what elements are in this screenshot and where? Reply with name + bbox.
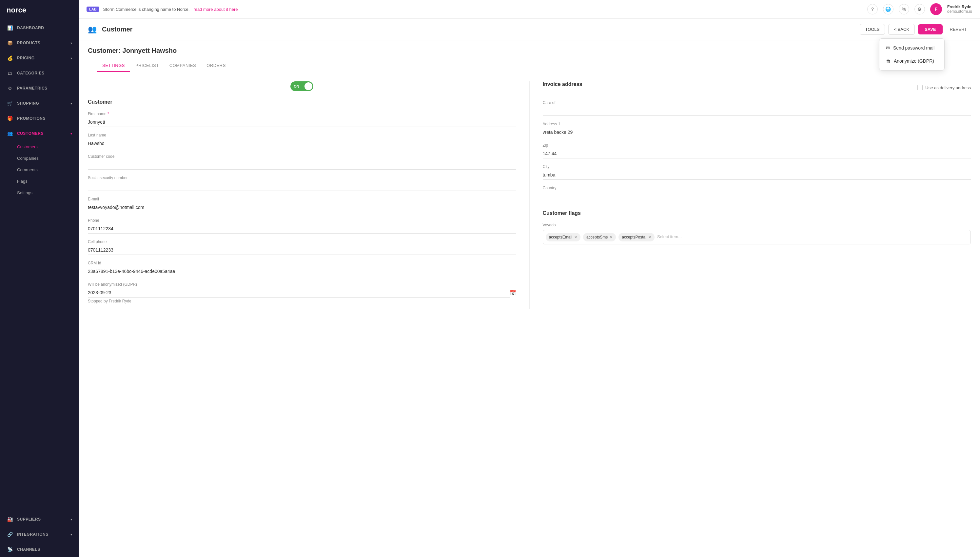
sidebar: norce 📊 DASHBOARD 📦 PRODUCTS ▾ 💰 PRICING… [0, 0, 79, 557]
customer-code-label: Customer code [88, 154, 516, 159]
field-customer-code: Customer code [88, 154, 516, 169]
field-care-of: Care of [543, 100, 971, 116]
address1-input[interactable] [543, 128, 971, 137]
percent-icon[interactable]: % [899, 4, 909, 15]
sidebar-item-products[interactable]: 📦 PRODUCTS ▾ [0, 36, 79, 50]
tag-accepts-postal: acceptsPostal ✕ [618, 233, 654, 241]
lab-badge: LAB [86, 7, 99, 12]
voyado-label: Voyado [543, 223, 971, 227]
sidebar-sub-item-settings[interactable]: Settings [0, 187, 79, 199]
active-toggle[interactable]: ON [290, 81, 313, 91]
flags-section-title: Customer flags [543, 210, 971, 216]
sidebar-sub-item-comments[interactable]: Comments [0, 164, 79, 176]
sidebar-item-promotions[interactable]: 🎁 PROMOTIONS [0, 111, 79, 126]
sidebar-item-pricing[interactable]: 💰 PRICING ▾ [0, 50, 79, 65]
banner-link[interactable]: read more about it here [193, 7, 238, 12]
toggle-row: ON [88, 81, 516, 91]
top-banner: LAB Storm Commerce is changing name to N… [79, 0, 980, 19]
channels-icon: 📡 [6, 546, 13, 553]
delivery-checkbox[interactable]: Use as delivery address [917, 85, 971, 90]
cell-phone-input[interactable] [88, 245, 516, 255]
trash-icon: 🗑 [886, 59, 891, 64]
phone-input[interactable] [88, 224, 516, 234]
user-info: Fredrik Ryde demo.storm.io [947, 5, 972, 14]
checkbox-delivery[interactable] [917, 85, 923, 90]
sidebar-item-integrations[interactable]: 🔗 INTEGRATIONS ▾ [0, 527, 79, 542]
customer-section-title: Customer [88, 99, 516, 105]
suppliers-icon: 🏭 [6, 516, 13, 523]
user-email: demo.storm.io [947, 9, 972, 14]
customer-code-input[interactable] [88, 160, 516, 169]
email-input[interactable] [88, 203, 516, 212]
country-label: Country [543, 186, 971, 190]
last-name-input[interactable] [88, 139, 516, 148]
sidebar-sub-item-companies[interactable]: Companies [0, 153, 79, 164]
tabs: SETTINGS PRICELIST COMPANIES ORDERS [88, 60, 971, 72]
globe-icon[interactable]: 🌐 [883, 4, 894, 15]
chevron-shopping: ▾ [70, 102, 72, 105]
send-password-item[interactable]: ✉ Send password mail [879, 41, 944, 54]
city-input[interactable] [543, 170, 971, 180]
tab-companies[interactable]: COMPANIES [164, 60, 201, 72]
calendar-icon[interactable]: 📅 [509, 290, 516, 296]
sidebar-item-categories[interactable]: 🗂 CATEGORIES [0, 65, 79, 81]
help-icon[interactable]: ? [867, 4, 878, 15]
stopped-text: Stopped by Fredrik Ryde [88, 299, 516, 303]
sidebar-item-dashboard[interactable]: 📊 DASHBOARD [0, 20, 79, 36]
pricing-icon: 💰 [6, 55, 13, 61]
tab-settings[interactable]: SETTINGS [97, 60, 130, 72]
flags-section: Customer flags Voyado acceptsEmail ✕ acc… [543, 210, 971, 244]
sidebar-item-suppliers[interactable]: 🏭 SUPPLIERS ▾ [0, 512, 79, 527]
country-select[interactable] [543, 192, 971, 201]
anonymize-date-input[interactable] [88, 288, 509, 298]
sidebar-item-channels[interactable]: 📡 CHANNELS [0, 542, 79, 557]
shopping-icon: 🛒 [6, 100, 13, 107]
parametrics-icon: ⚙ [6, 85, 13, 91]
chevron-customers: ▾ [70, 132, 72, 135]
main-area: LAB Storm Commerce is changing name to N… [79, 0, 980, 557]
sidebar-item-parametrics[interactable]: ⚙ PARAMETRICS [0, 81, 79, 96]
sidebar-item-customers[interactable]: 👥 CUSTOMERS ▾ [0, 126, 79, 141]
categories-icon: 🗂 [6, 70, 13, 77]
field-social-security: Social security number [88, 176, 516, 191]
customer-header: Customer: Jonnyett Hawsho SETTINGS PRICE… [79, 40, 980, 72]
zip-input[interactable] [543, 149, 971, 158]
flags-placeholder[interactable]: Select item... [657, 233, 682, 241]
page-header-icon: 👥 [88, 25, 97, 34]
revert-button[interactable]: REVERT [946, 24, 971, 34]
settings-icon[interactable]: ⚙ [914, 4, 925, 15]
tab-orders[interactable]: ORDERS [201, 60, 231, 72]
logo-text: norce [6, 6, 26, 15]
back-button[interactable]: < BACK [888, 24, 915, 35]
social-security-input[interactable] [88, 181, 516, 191]
field-crm-id: CRM Id [88, 261, 516, 276]
tab-pricelist[interactable]: PRICELIST [130, 60, 164, 72]
address1-label: Address 1 [543, 122, 971, 126]
anonymize-date-label: Will be anonymized (GDPR) [88, 282, 516, 287]
crm-id-input[interactable] [88, 267, 516, 276]
sidebar-item-shopping[interactable]: 🛒 SHOPPING ▾ [0, 96, 79, 111]
phone-label: Phone [88, 218, 516, 223]
care-of-input[interactable] [543, 106, 971, 116]
avatar[interactable]: F [930, 3, 942, 15]
field-last-name: Last name [88, 133, 516, 148]
tag-remove-accepts-postal[interactable]: ✕ [648, 235, 651, 239]
tags-container[interactable]: acceptsEmail ✕ acceptsSms ✕ acceptsPosta… [543, 230, 971, 244]
chevron-suppliers: ▾ [70, 518, 72, 521]
banner-text: Storm Commerce is changing name to Norce… [103, 7, 190, 12]
invoice-section-title: Invoice address [543, 81, 582, 87]
anonymize-item[interactable]: 🗑 Anonymize (GDPR) [879, 54, 944, 68]
required-indicator: * [107, 112, 109, 116]
save-button[interactable]: SAVE [918, 24, 942, 34]
date-field: 📅 [88, 288, 516, 298]
sidebar-sub-item-flags[interactable]: Flags [0, 176, 79, 187]
field-cell-phone: Cell phone [88, 239, 516, 255]
first-name-input[interactable] [88, 117, 516, 127]
header-actions: TOOLS ✉ Send password mail 🗑 Anonymize (… [860, 24, 971, 35]
tools-button[interactable]: TOOLS [860, 24, 885, 35]
tag-remove-accepts-sms[interactable]: ✕ [610, 235, 613, 239]
toggle-label: ON [294, 84, 299, 88]
sidebar-sub-item-customers[interactable]: Customers [0, 141, 79, 153]
customer-name: Customer: Jonnyett Hawsho [88, 47, 971, 54]
tag-remove-accepts-email[interactable]: ✕ [574, 235, 577, 239]
